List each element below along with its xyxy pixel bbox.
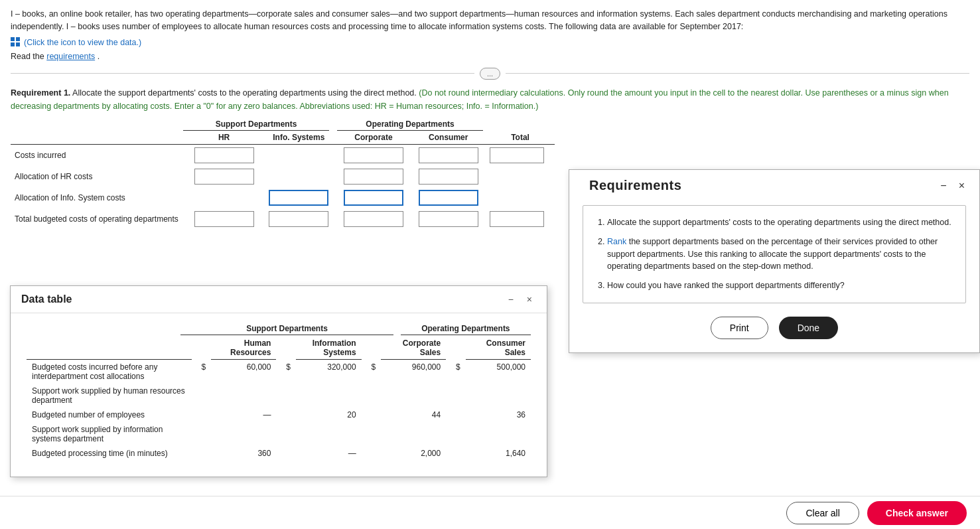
clear-all-button[interactable]: Clear all <box>786 502 859 524</box>
employees-corp: 44 <box>381 408 446 422</box>
corporate-header: Corporate <box>336 131 411 145</box>
total-total-cell[interactable] <box>486 208 555 230</box>
hr-section-label: Support work supplied by human resources… <box>27 384 192 408</box>
total-info-input[interactable] <box>269 211 328 227</box>
hr-cons-input[interactable] <box>419 169 478 185</box>
divider-button[interactable]: ... <box>480 68 500 80</box>
info-total-cell <box>486 187 555 208</box>
total-corp-cell[interactable] <box>336 208 411 230</box>
col-group-header: Support Departments Operating Department… <box>11 119 555 131</box>
total-cons-cell[interactable] <box>411 208 486 230</box>
empty-dollar2 <box>276 408 295 422</box>
support-dept-header: Support Departments <box>183 119 329 131</box>
requirements-link[interactable]: requirements <box>46 52 95 61</box>
dollar-sign-1: $ <box>192 360 211 384</box>
info-systems-header: Info. Systems <box>261 131 336 145</box>
hr-total-cell <box>486 166 555 187</box>
empty-cell <box>192 384 211 408</box>
list-item: Allocate the support departments' costs … <box>607 216 952 229</box>
costs-cons-cell[interactable] <box>411 144 486 166</box>
costs-hr-input[interactable] <box>194 147 254 163</box>
data-empty-header <box>27 337 192 360</box>
hr-hr-cell[interactable] <box>186 166 261 187</box>
hr-corp-input[interactable] <box>344 169 403 185</box>
divider-line-left <box>11 73 474 74</box>
info-cons-input[interactable] <box>419 190 478 206</box>
empty-header <box>11 131 186 145</box>
row-label-total: Total budgeted costs of operating depart… <box>11 208 186 230</box>
empty-c5 <box>362 422 381 446</box>
info-cons-cell[interactable] <box>411 187 486 208</box>
main-table: HR Info. Systems Corporate Consumer Tota… <box>11 131 555 230</box>
costs-total-input[interactable] <box>490 147 544 163</box>
info-hr-cell <box>186 187 261 208</box>
empty-cell3 <box>276 384 295 408</box>
costs-info-cell <box>261 144 336 166</box>
total-cons-input[interactable] <box>419 211 478 227</box>
employees-cons: 36 <box>466 408 531 422</box>
total-corp-input[interactable] <box>344 211 403 227</box>
requirements-modal: Requirements − × Allocate the support de… <box>569 169 980 353</box>
table-row: Budgeted costs incurred before anyinterd… <box>27 360 531 384</box>
hr-corp-cell[interactable] <box>336 166 411 187</box>
table-row: Budgeted processing time (in minutes) 36… <box>27 446 531 461</box>
table-row: Total budgeted costs of operating depart… <box>11 208 555 230</box>
print-button[interactable]: Print <box>711 317 768 339</box>
dollar-sign-3: $ <box>362 360 381 384</box>
data-col-groups: Support Departments Operating Department… <box>27 324 531 335</box>
check-answer-button[interactable]: Check answer <box>867 501 967 525</box>
req-modal-close[interactable]: × <box>955 179 969 193</box>
data-modal-title: Data table <box>21 293 72 305</box>
rank-highlight: Rank <box>607 237 626 246</box>
req-modal-header: Requirements − × <box>569 170 979 198</box>
svg-rect-3 <box>16 42 20 46</box>
total-info-cell[interactable] <box>261 208 336 230</box>
empty-c7 <box>446 422 465 446</box>
costs-hr-cell[interactable] <box>186 144 261 166</box>
data-modal-close[interactable]: × <box>523 293 536 306</box>
total-hr-cell[interactable] <box>186 208 261 230</box>
data-modal-minimize[interactable]: − <box>504 293 518 306</box>
costs-total-cell[interactable] <box>486 144 555 166</box>
info-corp-cell[interactable] <box>336 187 411 208</box>
requirement-text: Requirement 1. Allocate the support depa… <box>11 86 969 113</box>
info-corp-input[interactable] <box>344 190 403 206</box>
svg-rect-0 <box>11 37 15 41</box>
data-modal-header: Data table − × <box>11 286 547 313</box>
costs-corp-input[interactable] <box>344 147 403 163</box>
info-info-input[interactable] <box>269 190 328 206</box>
costs-corp-cell[interactable] <box>336 144 411 166</box>
icon-link[interactable]: (Click the icon to view the data.) <box>11 37 141 48</box>
costs-cons-input[interactable] <box>419 147 478 163</box>
table-row: Budgeted number of employees — 20 44 36 <box>27 408 531 422</box>
empty-cell5 <box>362 384 381 408</box>
table-row: Allocation of Info. System costs <box>11 187 555 208</box>
hr-cons-cell[interactable] <box>411 166 486 187</box>
req-modal-minimize[interactable]: − <box>936 179 950 193</box>
hr-hr-input[interactable] <box>194 169 254 185</box>
processing-hr: 360 <box>211 446 276 461</box>
main-table-section: Support Departments Operating Department… <box>11 119 555 230</box>
empty-dollar-p <box>192 446 211 461</box>
employees-label: Budgeted number of employees <box>27 408 192 422</box>
table-row: Support work supplied by informationsyst… <box>27 422 531 446</box>
info-info-cell[interactable] <box>261 187 336 208</box>
table-row: Costs incurred <box>11 144 555 166</box>
empty-dollar4 <box>446 408 465 422</box>
data-operating-header: Operating Departments <box>401 324 531 335</box>
budgeted-costs-label: Budgeted costs incurred before anyinterd… <box>27 360 192 384</box>
total-hr-input[interactable] <box>194 211 254 227</box>
col-groups: Support Departments Operating Department… <box>183 119 555 131</box>
req-modal-title: Requirements <box>589 178 681 193</box>
data-table: Human Resources Information Systems Corp… <box>27 337 531 461</box>
processing-cons: 1,640 <box>466 446 531 461</box>
empty-c8 <box>466 422 531 446</box>
employees-hr: — <box>211 408 276 422</box>
done-button[interactable]: Done <box>779 317 838 339</box>
row-label-hr: Allocation of HR costs <box>11 166 186 187</box>
row-label-costs: Costs incurred <box>11 144 186 166</box>
total-total-input[interactable] <box>490 211 544 227</box>
dollar-sign-2: $ <box>276 360 295 384</box>
row-label-info: Allocation of Info. System costs <box>11 187 186 208</box>
data-support-header: Support Departments <box>180 324 393 335</box>
